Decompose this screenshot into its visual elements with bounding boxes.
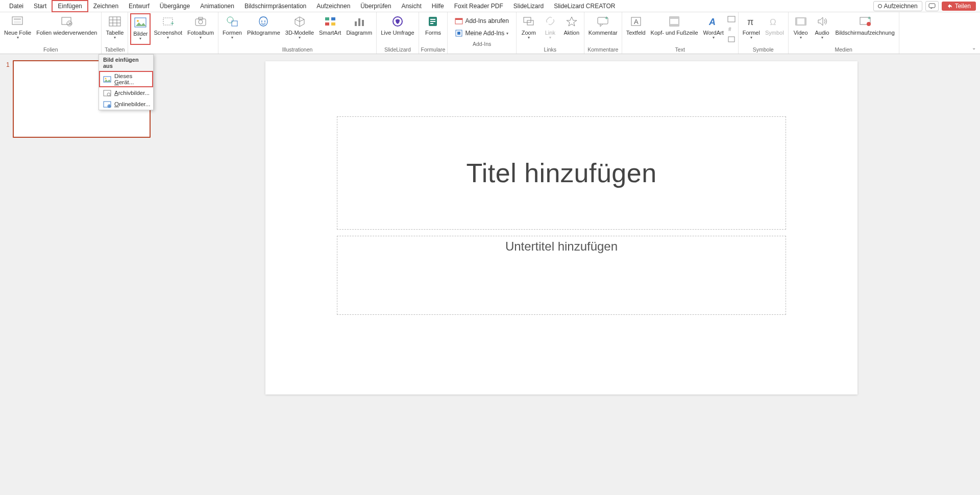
link-button[interactable]: Link▾ bbox=[540, 13, 560, 45]
new-slide-button[interactable]: Neue Folie▾ bbox=[2, 13, 33, 45]
tab-uebergaenge[interactable]: Übergänge bbox=[155, 1, 195, 11]
tab-foxit[interactable]: Foxit Reader PDF bbox=[449, 1, 508, 11]
svg-rect-3 bbox=[14, 21, 21, 23]
zoom-icon bbox=[522, 14, 536, 29]
cube-icon bbox=[292, 14, 307, 29]
chart-button[interactable]: Diagramm bbox=[344, 13, 374, 45]
group-label-addins: Add-Ins bbox=[473, 41, 491, 48]
dropdown-header: Bild einfügen aus bbox=[99, 55, 153, 71]
tab-slidelizard[interactable]: SlideLizard bbox=[508, 1, 549, 11]
group-label-text: Text bbox=[675, 46, 685, 54]
tab-hilfe[interactable]: Hilfe bbox=[427, 1, 449, 11]
tab-ueberpruefen[interactable]: Überprüfen bbox=[355, 1, 396, 11]
svg-rect-6 bbox=[109, 17, 120, 26]
pictogram-icon bbox=[256, 14, 271, 29]
svg-text:+: + bbox=[868, 15, 871, 21]
textbox-button[interactable]: A Textfeld bbox=[624, 13, 648, 45]
speaker-icon bbox=[815, 14, 829, 29]
ribbon-collapse-button[interactable]: ⌄ bbox=[972, 45, 976, 51]
device-picture-icon bbox=[103, 76, 111, 83]
ribbon: Neue Folie▾ Folien wiederverwenden Folie… bbox=[0, 12, 980, 54]
screen-recording-button[interactable]: + Bildschirmaufzeichnung bbox=[834, 13, 897, 45]
subtitle-placeholder[interactable]: Untertitel hinzufügen bbox=[337, 236, 786, 315]
svg-text:Ω: Ω bbox=[770, 17, 776, 27]
subtitle-text: Untertitel hinzufügen bbox=[505, 239, 618, 254]
lizard-icon bbox=[390, 14, 405, 29]
from-this-device-item[interactable]: Dieses Gerät... bbox=[99, 71, 153, 87]
table-button[interactable]: Tabelle▾ bbox=[104, 13, 126, 45]
group-label-slidelizard: SlideLizard bbox=[384, 46, 411, 54]
addin-icon bbox=[455, 29, 463, 37]
comment-icon: + bbox=[596, 14, 610, 29]
ribbon-group-text: A Textfeld Kopf- und Fußzeile A WordArt▾… bbox=[622, 12, 739, 54]
speech-bubble-icon bbox=[928, 3, 936, 9]
svg-text:+: + bbox=[605, 15, 608, 21]
svg-text:A: A bbox=[708, 17, 716, 27]
video-button[interactable]: Video▾ bbox=[791, 13, 811, 45]
tab-entwurf[interactable]: Entwurf bbox=[124, 1, 155, 11]
svg-text:+: + bbox=[170, 20, 174, 27]
svg-rect-2 bbox=[14, 18, 21, 20]
record-label: Aufzeichnen bbox=[884, 3, 918, 10]
share-button[interactable]: Teilen bbox=[942, 2, 976, 11]
reuse-slides-button[interactable]: Folien wiederverwenden bbox=[34, 13, 99, 45]
slide-number-icon: # bbox=[727, 24, 736, 34]
tab-datei[interactable]: Datei bbox=[4, 1, 29, 11]
shapes-button[interactable]: Formen▾ bbox=[220, 13, 244, 45]
pi-icon: π bbox=[744, 14, 758, 29]
forms-icon bbox=[426, 14, 440, 29]
zoom-button[interactable]: Zoom▾ bbox=[519, 13, 539, 45]
group-label-medien: Medien bbox=[835, 46, 852, 54]
video-icon bbox=[794, 14, 808, 29]
get-addins-button[interactable]: Add-Ins abrufen bbox=[453, 15, 510, 27]
new-slide-icon bbox=[11, 14, 25, 29]
svg-point-57 bbox=[105, 78, 107, 79]
svg-rect-45 bbox=[728, 16, 735, 22]
svg-rect-42 bbox=[670, 17, 679, 19]
text-more-button[interactable]: # bbox=[727, 13, 736, 45]
ribbon-group-bilder: Bilder▾ + Screenshot▾ Fotoalbum▾ bbox=[128, 12, 218, 54]
my-addins-button[interactable]: Meine Add-Ins ▾ bbox=[453, 28, 510, 39]
screenshot-button[interactable]: + Screenshot▾ bbox=[152, 13, 184, 45]
photo-album-button[interactable]: Fotoalbum▾ bbox=[185, 13, 216, 45]
ribbon-group-kommentare: + Kommentar Kommentare bbox=[584, 12, 622, 54]
tab-start[interactable]: Start bbox=[29, 1, 52, 11]
tab-animationen[interactable]: Animationen bbox=[195, 1, 239, 11]
action-icon bbox=[565, 14, 579, 29]
smartart-button[interactable]: SmartArt bbox=[317, 13, 343, 45]
tab-ansicht[interactable]: Ansicht bbox=[396, 1, 426, 11]
tab-zeichnen[interactable]: Zeichnen bbox=[88, 1, 124, 11]
title-placeholder[interactable]: Titel hinzufügen bbox=[337, 116, 786, 230]
wordart-button[interactable]: A WordArt▾ bbox=[701, 13, 726, 45]
tab-bildschirmpraesentation[interactable]: Bildschirmpräsentation bbox=[239, 1, 311, 11]
icons-button[interactable]: Piktogramme bbox=[245, 13, 282, 45]
group-label-illustrationen: Illustrationen bbox=[282, 46, 313, 54]
comment-button[interactable]: + Kommentar bbox=[586, 13, 620, 45]
stock-images-item[interactable]: Archivbilder... bbox=[99, 87, 153, 98]
tab-aufzeichnen[interactable]: Aufzeichnen bbox=[311, 1, 355, 11]
svg-point-18 bbox=[227, 17, 233, 23]
header-footer-button[interactable]: Kopf- und Fußzeile bbox=[649, 13, 700, 45]
stock-picture-icon bbox=[103, 89, 111, 96]
online-pictures-item[interactable]: Onlinebilder... bbox=[99, 98, 153, 110]
svg-rect-33 bbox=[455, 18, 462, 20]
svg-rect-26 bbox=[362, 20, 364, 26]
pictures-button[interactable]: Bilder▾ bbox=[130, 13, 151, 45]
screen-record-icon: + bbox=[858, 14, 872, 29]
tab-slidelizard-creator[interactable]: SlideLizard CREATOR bbox=[549, 1, 620, 11]
3d-models-button[interactable]: 3D-Modelle▾ bbox=[283, 13, 316, 45]
comments-button[interactable] bbox=[925, 1, 939, 11]
equation-button[interactable]: π Formel▾ bbox=[741, 13, 762, 45]
ribbon-group-medien: Video▾ Audio▾ + Bildschirmaufzeichnung M… bbox=[789, 12, 899, 54]
record-button[interactable]: Aufzeichnen bbox=[873, 1, 922, 11]
audio-button[interactable]: Audio▾ bbox=[812, 13, 832, 45]
svg-text:#: # bbox=[728, 27, 731, 32]
work-area: 1 Titel hinzufügen Untertitel hinzufügen bbox=[0, 54, 980, 495]
live-poll-button[interactable]: Live Umfrage bbox=[379, 13, 416, 45]
forms-button[interactable]: Forms bbox=[423, 13, 444, 45]
action-button[interactable]: Aktion bbox=[561, 13, 582, 45]
tab-einfuegen[interactable]: Einfügen bbox=[52, 0, 88, 12]
symbol-button[interactable]: Ω Symbol bbox=[763, 13, 786, 45]
slide-thumbnail-panel: 1 bbox=[0, 54, 158, 495]
slide-canvas-area[interactable]: Titel hinzufügen Untertitel hinzufügen bbox=[158, 54, 980, 495]
